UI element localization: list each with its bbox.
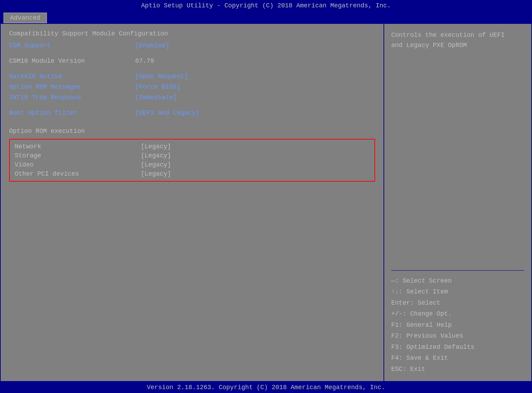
option-rom-messages-label: Option ROM Messages [9,83,135,90]
nav-esc-exit: ESC: Exit [391,364,524,375]
help-text: Controls the execution of UEFIand Legacy… [391,30,524,265]
network-label: Network [15,143,141,150]
network-value: [Legacy] [141,143,171,150]
nav-change-opt: +/-: Change Opt. [391,309,524,320]
section-title: Compatibility Support Module Configurati… [9,30,375,37]
int19-row[interactable]: INT19 Trap Response [Immediate] [9,94,375,101]
int19-value: [Immediate] [135,94,177,101]
gatea20-label: GateA20 Active [9,73,135,80]
boot-option-filter-row[interactable]: Boot option filter [UEFI and Legacy] [9,109,375,116]
csm-support-value: [Enabled] [135,42,169,49]
csm-support-row[interactable]: CSM Support [Enabled] [9,42,375,49]
video-value: [Legacy] [141,161,171,168]
left-panel: Compatibility Support Module Configurati… [1,24,384,381]
footer-text: Version 2.18.1263. Copyright (C) 2018 Am… [147,384,385,391]
main-area: Compatibility Support Module Configurati… [0,23,532,382]
csm-support-label: CSM Support [9,42,135,49]
gatea20-row[interactable]: GateA20 Active [Upon Request] [9,73,375,80]
storage-row[interactable]: Storage [Legacy] [15,152,369,159]
advanced-tab[interactable]: Advanced [4,13,47,23]
nav-general-help: F1: General Help [391,320,524,331]
storage-label: Storage [15,152,141,159]
option-rom-execution-box: Network [Legacy] Storage [Legacy] Video … [9,139,375,182]
network-row[interactable]: Network [Legacy] [15,143,369,150]
int19-label: INT19 Trap Response [9,94,135,101]
nav-previous-values: F2: Previous Values [391,331,524,342]
csm16-row: CSM16 Module Version 07.79 [9,57,375,65]
title-text: Aptio Setup Utility - Copyright (C) 2018… [141,2,391,9]
csm16-label: CSM16 Module Version [9,57,135,65]
bios-screen: Aptio Setup Utility - Copyright (C) 2018… [0,0,532,393]
boot-option-filter-value: [UEFI and Legacy] [135,109,200,116]
nav-select-item: ↑↓: Select Item [391,286,524,298]
right-divider [391,270,524,271]
other-pci-row[interactable]: Other PCI devices [Legacy] [15,170,369,177]
csm16-value: 07.79 [135,57,154,65]
video-row[interactable]: Video [Legacy] [15,161,369,168]
footer: Version 2.18.1263. Copyright (C) 2018 Am… [0,382,532,393]
storage-value: [Legacy] [141,152,171,159]
other-pci-value: [Legacy] [141,170,171,177]
video-label: Video [15,161,141,168]
option-rom-messages-value: [Force BIOS] [135,83,181,90]
nav-optimized-defaults: F3: Optimized Defaults [391,342,524,353]
nav-save-exit: F4: Save & Exit [391,353,524,364]
nav-select-screen: ↔: Select Screen [391,276,524,287]
gatea20-value: [Upon Request] [135,73,188,80]
nav-enter-select: Enter: Select [391,298,524,309]
navigation-help: ↔: Select Screen ↑↓: Select Item Enter: … [391,276,524,375]
other-pci-label: Other PCI devices [15,170,141,177]
boot-option-filter-label: Boot option filter [9,109,135,116]
option-rom-execution-title: Option ROM execution [9,128,375,135]
right-panel: Controls the execution of UEFIand Legacy… [384,24,531,381]
option-rom-messages-row[interactable]: Option ROM Messages [Force BIOS] [9,83,375,90]
tab-bar: Advanced [0,11,532,23]
title-bar: Aptio Setup Utility - Copyright (C) 2018… [0,0,532,11]
